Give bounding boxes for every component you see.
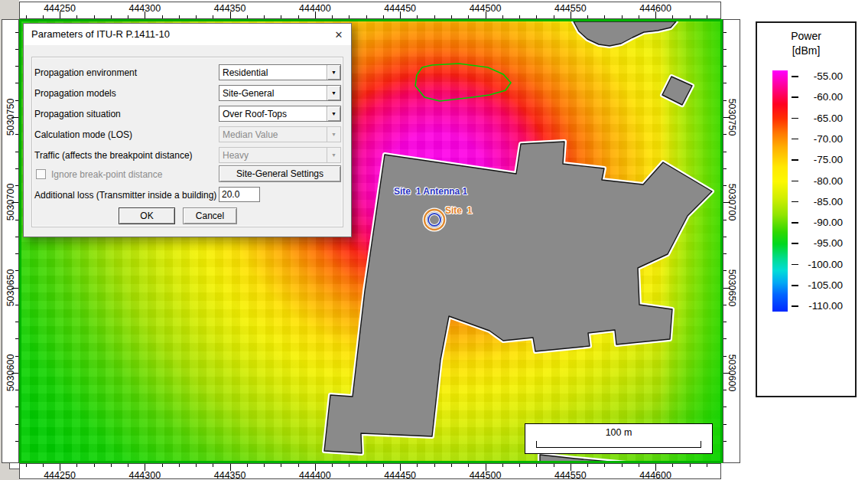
additional-loss-input[interactable] <box>219 187 260 202</box>
axis-label: 5030650 <box>727 269 737 306</box>
legend-tick-mark <box>792 118 798 119</box>
axis-tick <box>723 83 727 83</box>
close-icon[interactable]: ✕ <box>327 24 351 45</box>
dropdown-arrow-icon[interactable]: ▼ <box>327 106 340 121</box>
axis-label: 444450 <box>384 470 416 479</box>
legend-color-bar <box>772 70 788 312</box>
legend-tick-label: -100.00 <box>801 259 843 270</box>
legend-tick-mark <box>792 159 798 161</box>
axis-tick <box>332 464 333 467</box>
site-general-settings-button[interactable]: Site-General Settings <box>219 165 341 182</box>
axis-tick <box>672 15 673 18</box>
axis-label: 5030750 <box>5 99 16 136</box>
axis-label: 444600 <box>639 3 671 14</box>
coverage-contour <box>415 64 511 101</box>
axis-tick <box>247 15 248 18</box>
axis-tick <box>15 168 18 169</box>
legend-tick-mark <box>792 139 798 140</box>
axis-label: 444400 <box>299 3 331 14</box>
legend-tick-mark <box>792 181 798 182</box>
field-label-calculation-mode: Calculation mode (LOS) <box>34 129 132 140</box>
legend-tick-mark <box>792 264 798 266</box>
axis-tick <box>639 464 639 467</box>
axis-tick <box>264 15 265 18</box>
axis-tick <box>366 15 367 18</box>
axis-tick <box>264 464 265 467</box>
legend-title-text: Power <box>757 29 855 44</box>
axis-tick <box>707 464 707 467</box>
axis-label: 444350 <box>214 3 246 14</box>
axis-tick <box>690 464 691 467</box>
legend-tick-label: -60.00 <box>801 91 843 103</box>
axis-label: 5030650 <box>5 269 16 306</box>
axis-tick <box>196 15 197 18</box>
dropdown-arrow-icon[interactable]: ▼ <box>327 65 340 80</box>
legend-tick-label: -90.00 <box>801 217 843 228</box>
axis-label: 444300 <box>128 470 161 479</box>
ruler-top: 4442504443004443504444004444504445004445… <box>19 2 721 19</box>
combo-propagation-models[interactable]: Site-General ▼ <box>219 85 341 101</box>
axis-label: 5030750 <box>727 99 737 136</box>
axis-tick <box>604 464 605 467</box>
axis-label: 444350 <box>214 470 246 479</box>
axis-tick <box>434 464 435 467</box>
ignore-breakpoint-checkbox <box>36 169 46 179</box>
axis-tick <box>622 15 623 18</box>
axis-tick <box>723 32 727 33</box>
axis-tick <box>111 464 112 467</box>
axis-tick <box>94 464 95 467</box>
axis-tick <box>349 464 349 467</box>
field-label-propagation-models: Propagation models <box>34 88 116 99</box>
axis-tick <box>723 407 727 407</box>
field-label-traffic: Traffic (affects the breakpoint distance… <box>34 150 193 161</box>
axis-tick <box>15 152 18 152</box>
axis-tick <box>213 15 213 18</box>
axis-label: 444500 <box>470 470 502 479</box>
legend-tick-label: -75.00 <box>801 154 843 165</box>
legend-tick-label: -110.00 <box>801 300 843 312</box>
axis-tick <box>179 464 180 467</box>
axis-tick <box>417 15 418 18</box>
axis-tick <box>604 15 605 18</box>
ok-button[interactable]: OK <box>119 207 175 224</box>
axis-tick <box>723 66 727 67</box>
dialog-titlebar[interactable]: Parameters of ITU-R P.1411-10 ✕ <box>24 24 351 45</box>
cancel-button[interactable]: Cancel <box>183 207 237 224</box>
legend-tick-label: -55.00 <box>801 70 843 82</box>
combo-propagation-situation[interactable]: Over Roof-Tops ▼ <box>219 106 341 122</box>
scale-bar: 100 m <box>525 423 713 454</box>
combo-propagation-environment[interactable]: Residential ▼ <box>219 64 341 80</box>
axis-tick <box>26 464 27 467</box>
site-name-label[interactable]: Site 1 <box>445 205 472 216</box>
combo-value: Site-General <box>219 88 327 99</box>
axis-tick <box>519 15 520 18</box>
axis-tick <box>502 15 503 18</box>
axis-tick <box>15 390 18 390</box>
dropdown-arrow-icon[interactable]: ▼ <box>327 86 340 100</box>
axis-tick <box>298 15 299 18</box>
ruler-left: 5030750503070050306505030600 <box>2 19 19 463</box>
axis-tick <box>281 15 281 18</box>
axis-label: 5030700 <box>727 184 737 221</box>
ruler-right: 5030750503070050306505030600 <box>723 19 740 463</box>
legend-tick-mark <box>792 243 798 244</box>
combo-calculation-mode: Median Value ▼ <box>219 126 341 142</box>
axis-label: 444250 <box>44 3 76 14</box>
axis-tick <box>723 338 727 339</box>
axis-tick <box>554 464 554 467</box>
application-window: 4442504443004443504444004444504445004445… <box>0 0 868 480</box>
axis-tick <box>15 32 18 33</box>
axis-tick <box>94 15 95 18</box>
axis-tick <box>417 464 418 467</box>
axis-label: 444300 <box>128 3 161 14</box>
site-antenna-label[interactable]: Site 1 Antenna 1 <box>394 186 467 197</box>
axis-tick <box>434 15 435 18</box>
axis-tick <box>690 15 691 18</box>
dropdown-arrow-icon: ▼ <box>327 127 340 142</box>
axis-tick <box>15 322 18 322</box>
axis-tick <box>519 464 520 467</box>
corner-spacer <box>0 0 19 19</box>
legend-tick-label: -85.00 <box>801 196 843 207</box>
additional-loss-label: Additional loss (Transmitter inside a bu… <box>34 190 216 201</box>
axis-tick <box>15 424 18 425</box>
